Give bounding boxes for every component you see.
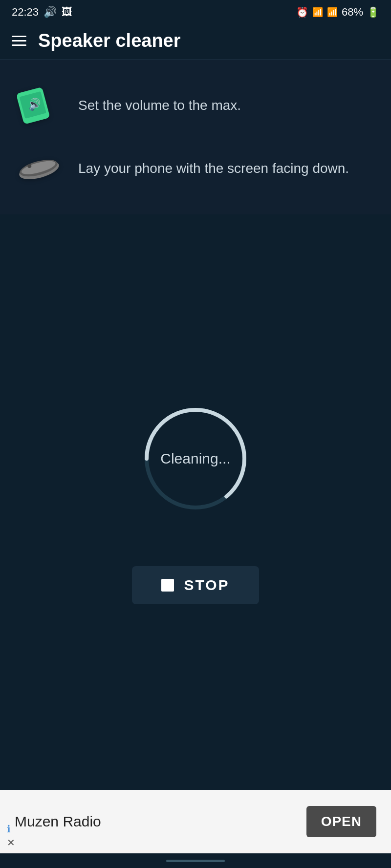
phone-down-icon [15, 149, 64, 188]
status-bar: 22:23 🔊 🖼 ⏰ 📶 📶 68% 🔋 [0, 0, 391, 22]
cleaning-progress-circle: Cleaning... [137, 400, 254, 517]
page-title: Speaker cleaner [38, 30, 181, 51]
sound-icon: 🔊 [43, 6, 57, 19]
nav-indicator [166, 860, 225, 862]
menu-button[interactable] [12, 36, 26, 46]
instruction-volume-text: Set the volume to the max. [78, 96, 241, 115]
instruction-facedown-text: Lay your phone with the screen facing do… [78, 159, 349, 178]
status-left: 22:23 🔊 🖼 [12, 6, 72, 19]
ad-close-icon[interactable]: ✕ [7, 837, 15, 848]
image-icon: 🖼 [62, 6, 72, 19]
ad-open-button[interactable]: OPEN [306, 806, 376, 837]
stop-button-wrapper: STOP [132, 566, 259, 604]
wifi-icon: 📶 [312, 7, 323, 18]
main-content: Cleaning... STOP [0, 214, 391, 790]
instructions-section: 🔊 Set the volume to the max. Lay your ph… [0, 60, 391, 214]
hamburger-line-3 [12, 44, 26, 46]
instruction-facedown: Lay your phone with the screen facing do… [15, 137, 376, 200]
phone-down-svg [16, 151, 63, 186]
instruction-volume: 🔊 Set the volume to the max. [15, 74, 376, 137]
app-bar: Speaker cleaner [0, 22, 391, 60]
stop-button[interactable]: STOP [132, 566, 259, 604]
alarm-icon: ⏰ [296, 6, 308, 18]
battery-level: 68% [342, 6, 363, 19]
status-time: 22:23 [12, 6, 39, 19]
ad-banner: Muzen Radio OPEN ℹ ✕ [0, 790, 391, 853]
cleaning-circle-wrapper: Cleaning... [137, 400, 254, 517]
phone-volume-icon: 🔊 [15, 86, 64, 125]
stop-label: STOP [184, 577, 229, 593]
status-right: ⏰ 📶 📶 68% 🔋 [296, 6, 379, 19]
battery-icon: 🔋 [367, 6, 379, 18]
bottom-nav [0, 853, 391, 868]
ad-info: ℹ ✕ [7, 823, 15, 848]
phone-volume-svg: 🔊 [17, 87, 61, 124]
ad-text: Muzen Radio [15, 813, 101, 830]
signal-icon: 📶 [327, 7, 338, 18]
ad-info-icon[interactable]: ℹ [7, 823, 15, 835]
stop-icon [161, 579, 174, 592]
cleaning-label: Cleaning... [160, 450, 230, 467]
hamburger-line-1 [12, 36, 26, 37]
hamburger-line-2 [12, 40, 26, 42]
